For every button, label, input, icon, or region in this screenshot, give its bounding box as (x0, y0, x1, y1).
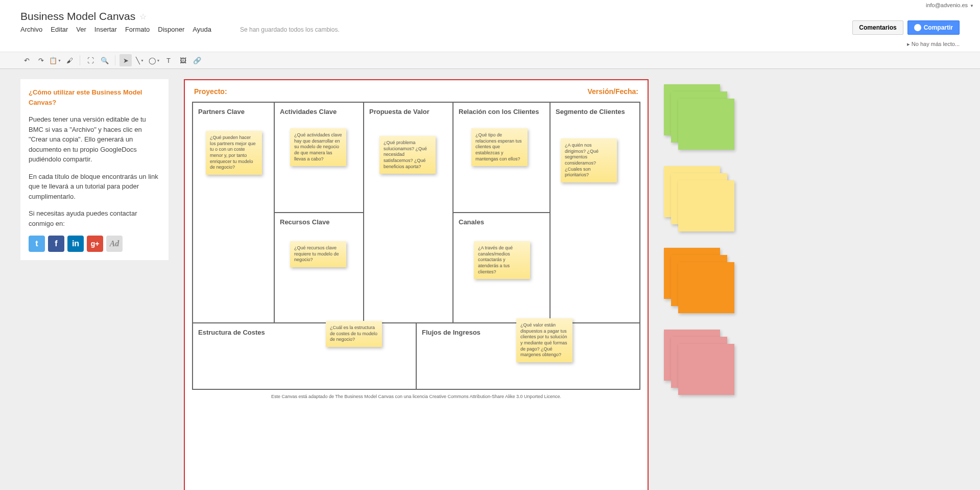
block-partners[interactable]: Partners Clave ¿Qué pueden hacer los par… (193, 103, 274, 322)
toolbar: ↶ ↷ 📋▼ 🖌 ⛶ 🔍 ➤ ╲▼ ◯▼ T 🖼 🔗 (0, 52, 980, 69)
link-tool[interactable]: 🔗 (191, 54, 203, 66)
advenio-icon[interactable]: Ad (106, 236, 123, 252)
sticky-palette (664, 79, 730, 490)
menu-bar: Archivo Editar Ver Insertar Formato Disp… (20, 26, 852, 33)
block-activities[interactable]: Actividades Clave ¿Qué actividades clave… (275, 103, 363, 212)
menu-editar[interactable]: Editar (51, 26, 68, 33)
menu-archivo[interactable]: Archivo (20, 26, 42, 33)
relations-title: Relación con los Clientes (459, 108, 544, 115)
share-button[interactable]: Compartir (907, 20, 960, 35)
image-tool[interactable]: 🖼 (177, 54, 189, 66)
sticky-stack-pink[interactable] (664, 330, 730, 396)
menu-formato[interactable]: Formato (125, 26, 150, 33)
readers-status[interactable]: No hay más lecto... (907, 41, 960, 48)
help-p2: En cada título de bloque encontrarás un … (29, 172, 160, 202)
sticky-relations[interactable]: ¿Qué tipo de relaciones esperan tus clie… (471, 128, 528, 166)
star-icon[interactable]: ☆ (139, 12, 147, 21)
help-p1: Puedes tener una versión editable de tu … (29, 114, 160, 165)
channels-title: Canales (459, 218, 544, 226)
menu-insertar[interactable]: Insertar (94, 26, 117, 33)
activities-title: Actividades Clave (280, 108, 358, 115)
block-channels[interactable]: Canales ¿A través de qué canales/medios … (453, 212, 549, 322)
help-title: ¿Cómo utilizar este Business Model Canva… (29, 87, 160, 107)
undo-button[interactable]: ↶ (20, 54, 33, 66)
gplus-icon[interactable]: g+ (87, 236, 103, 252)
select-tool[interactable]: ➤ (119, 54, 132, 66)
partners-title: Partners Clave (198, 108, 269, 115)
resources-title: Recursos Clave (280, 218, 358, 226)
sticky-costs[interactable]: ¿Cuál es la estructura de costes de tu m… (326, 321, 382, 347)
sticky-revenue[interactable]: ¿Qué valor están dispuestos a pagar tus … (516, 318, 572, 362)
menu-ayuda[interactable]: Ayuda (193, 26, 211, 33)
block-costs[interactable]: Estructura de Costes ¿Cuál es la estruct… (193, 323, 417, 389)
sticky-stack-green[interactable] (664, 84, 730, 151)
block-relations[interactable]: Relación con los Clientes ¿Qué tipo de r… (453, 103, 549, 212)
sticky-partners[interactable]: ¿Qué pueden hacer los partners mejor que… (206, 131, 262, 175)
menu-disponer[interactable]: Disponer (158, 26, 184, 33)
globe-icon (914, 24, 921, 31)
value-title: Propuesta de Valor (369, 108, 447, 115)
bmc-canvas[interactable]: Proyecto: Versión/Fecha: Partners Clave … (184, 79, 649, 490)
block-revenue[interactable]: Flujos de Ingresos ¿Qué valor están disp… (417, 323, 639, 389)
save-status: Se han guardado todos los cambios. (240, 26, 340, 33)
shape-tool[interactable]: ◯▼ (148, 54, 160, 66)
block-segments[interactable]: Segmento de Clientes ¿A quién nos dirigi… (551, 103, 639, 322)
line-tool[interactable]: ╲▼ (134, 54, 146, 66)
comments-button[interactable]: Comentarios (852, 20, 903, 35)
document-title[interactable]: Business Model Canvas (20, 10, 135, 22)
sticky-stack-orange[interactable] (664, 248, 730, 314)
help-p3: Si necesitas ayuda puedes contactar conm… (29, 208, 160, 228)
clipboard-button[interactable]: 📋▼ (49, 54, 61, 66)
textbox-tool[interactable]: T (162, 54, 175, 66)
block-resources[interactable]: Recursos Clave ¿Qué recursos clave requi… (275, 212, 363, 322)
sticky-channels[interactable]: ¿A través de qué canales/medios contacta… (474, 241, 530, 279)
zoom-fit-button[interactable]: ⛶ (84, 54, 97, 66)
sticky-value[interactable]: ¿Qué problema solucionamos? ¿Qué necesid… (379, 136, 436, 174)
sticky-activities[interactable]: ¿Qué actividades clave hay que desarroll… (290, 128, 346, 166)
redo-button[interactable]: ↷ (35, 54, 47, 66)
sticky-stack-yellow[interactable] (664, 166, 730, 232)
linkedin-icon[interactable]: in (67, 236, 84, 252)
help-panel: ¿Cómo utilizar este Business Model Canva… (20, 79, 169, 260)
menu-ver[interactable]: Ver (76, 26, 86, 33)
caret-down-icon: ▼ (970, 4, 974, 8)
sticky-resources[interactable]: ¿Qué recursos clave requiere tu modelo d… (290, 241, 346, 267)
sticky-segments[interactable]: ¿A quién nos dirigimos? ¿Qué segmentos c… (561, 138, 617, 182)
canvas-footer: Este Canvas está adaptado de The Busines… (192, 394, 640, 399)
twitter-icon[interactable]: t (29, 236, 45, 252)
segments-title: Segmento de Clientes (556, 108, 634, 115)
version-label: Versión/Fecha: (587, 87, 638, 96)
paint-format-button[interactable]: 🖌 (63, 54, 76, 66)
user-email[interactable]: info@advenio.es▼ (926, 2, 974, 8)
zoom-button[interactable]: 🔍 (99, 54, 111, 66)
proyecto-label: Proyecto: (194, 87, 227, 96)
block-value[interactable]: Propuesta de Valor ¿Qué problema solucio… (364, 103, 452, 322)
facebook-icon[interactable]: f (48, 236, 64, 252)
